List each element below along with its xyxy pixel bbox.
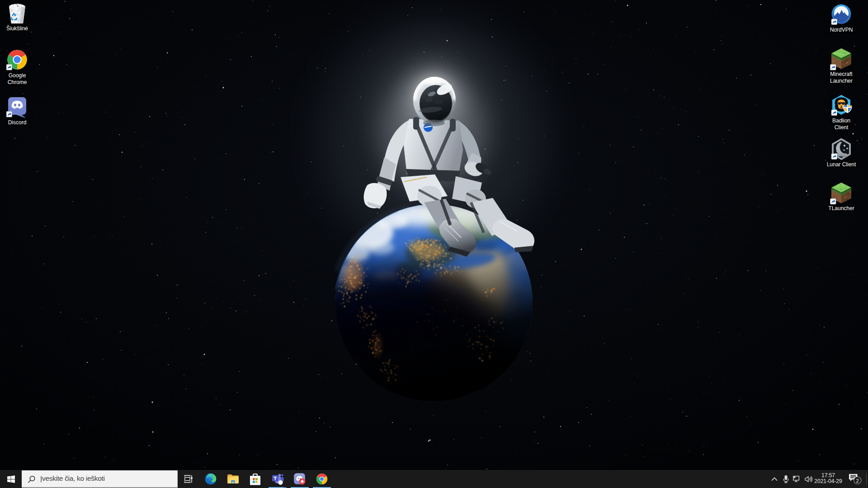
svg-text:2: 2 [856, 478, 859, 483]
